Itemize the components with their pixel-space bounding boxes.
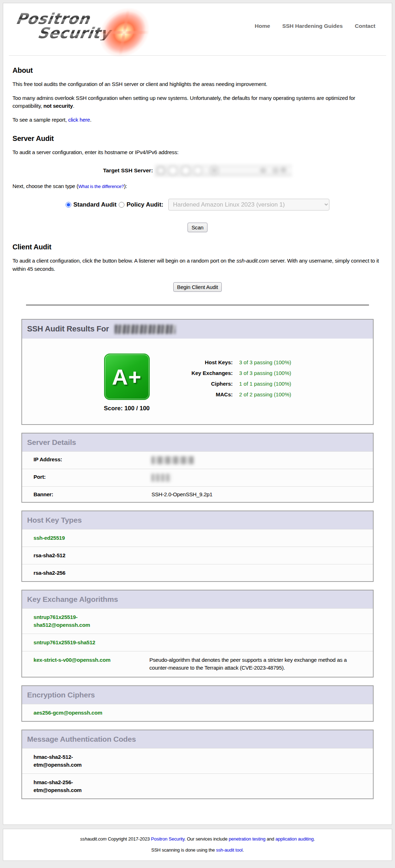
nav-home[interactable]: Home xyxy=(255,23,270,29)
standard-audit-label: Standard Audit xyxy=(73,201,117,208)
grade-column: A+ Score: 100 / 100 xyxy=(104,354,150,412)
results-body: A+ Score: 100 / 100 Host Keys: 3 of 3 pa… xyxy=(22,339,373,424)
results-title: SSH Audit Results For xyxy=(27,324,109,333)
redacted-port xyxy=(152,474,171,482)
starburst-flare-icon xyxy=(95,7,154,57)
footer-period: . xyxy=(314,836,315,842)
stat-row-key-exchanges: Key Exchanges: 3 of 3 passing (100%) xyxy=(178,368,291,379)
sample-report-line: To see a sample report, click here. xyxy=(12,116,383,124)
grade-letter: A+ xyxy=(112,364,142,390)
sample-report-text: To see a sample report, xyxy=(12,117,68,123)
redacted-target-host xyxy=(115,325,175,334)
banner-label: Banner: xyxy=(34,491,152,497)
site-footer: sshaudit.com Copyright 2017-2023 Positro… xyxy=(3,829,392,861)
policy-audit-radio[interactable] xyxy=(119,202,124,208)
about-paragraph-2: Too many admins overlook SSH configurati… xyxy=(12,94,383,110)
macs-panel: Message Authentication Codes hmac-sha2-5… xyxy=(21,730,374,799)
footer-ssh-audit-tool-link[interactable]: ssh-audit tool xyxy=(216,847,243,853)
target-server-row: Target SSH Server: xyxy=(12,164,383,177)
ciphers-label: Ciphers: xyxy=(178,379,233,389)
table-row: IP Address: xyxy=(22,451,373,469)
sample-report-link[interactable]: click here xyxy=(68,117,90,123)
ip-address-label: IP Address: xyxy=(34,456,152,464)
ssh-audit-com-italic: ssh-audit.com xyxy=(236,258,269,264)
positron-security-logo: Positron Security xyxy=(10,12,135,51)
list-item: ssh-ed25519 xyxy=(22,529,373,547)
macs-label: MACs: xyxy=(178,389,233,400)
main-content-box: Positron Security Home SSH Hardening Gui… xyxy=(3,3,392,825)
scan-type-text: Next, choose the scan type ( xyxy=(12,183,78,189)
host-keys-value: 3 of 3 passing (100%) xyxy=(239,357,291,368)
footer-line2-period: . xyxy=(242,847,243,853)
hostkey-ssh-ed25519: ssh-ed25519 xyxy=(34,534,65,542)
macs-header: Message Authentication Codes xyxy=(22,730,373,748)
banner-value: SSH-2.0-OpenSSH_9.2p1 xyxy=(152,491,212,497)
key-exchanges-value: 3 of 3 passing (100%) xyxy=(239,368,291,379)
results-panel-header: SSH Audit Results For xyxy=(22,320,373,339)
kex-sntrup761x25519-sha512-openssh: sntrup761x25519-sha512@openssh.com xyxy=(34,613,117,629)
list-item: hmac-sha2-512-etm@openssh.com xyxy=(22,748,373,773)
mac-hmac-sha2-512-etm: hmac-sha2-512-etm@openssh.com xyxy=(34,753,105,769)
ciphers-value: 1 of 1 passing (100%) xyxy=(239,379,291,389)
footer-copyright-text: Copyright 2017-2023 xyxy=(107,836,151,842)
grade-badge: A+ xyxy=(104,354,150,400)
policy-select[interactable]: Hardened Amazon Linux 2023 (version 1) xyxy=(168,199,329,210)
about-p2-period: . xyxy=(73,103,74,109)
server-audit-intro: To audit a server configuration, enter i… xyxy=(12,148,383,157)
scan-button[interactable]: Scan xyxy=(188,223,207,232)
ssh-audit-results-panel: SSH Audit Results For A+ Score: 100 / 10… xyxy=(21,319,374,425)
client-audit-text: To audit a client configuration, click t… xyxy=(12,258,236,264)
main-nav: Home SSH Hardening Guides Contact xyxy=(255,23,375,29)
list-item: rsa-sha2-256 xyxy=(22,564,373,582)
footer-line-2: SSH scanning is done using the ssh-audit… xyxy=(3,847,392,853)
hostkey-rsa-sha2-512: rsa-sha2-512 xyxy=(34,552,65,559)
page-content: About This free tool audits the configur… xyxy=(3,66,392,799)
nav-ssh-hardening-guides[interactable]: SSH Hardening Guides xyxy=(282,23,343,29)
about-paragraph-1: This free tool audits the configuration … xyxy=(12,80,383,88)
footer-appaudit-link[interactable]: application auditing xyxy=(275,836,313,842)
policy-audit-label: Policy Audit: xyxy=(127,201,163,208)
cipher-aes256-gcm: aes256-gcm@openssh.com xyxy=(34,709,102,717)
list-item: sntrup761x25519-sha512@openssh.com xyxy=(22,608,373,634)
redacted-ip-address xyxy=(152,456,194,464)
list-item: aes256-gcm@openssh.com xyxy=(22,704,373,721)
target-ssh-server-label: Target SSH Server: xyxy=(103,167,153,174)
list-item: hmac-sha2-256-etm@openssh.com xyxy=(22,773,373,799)
standard-audit-radio[interactable] xyxy=(66,202,71,208)
scan-type-options: Standard Audit Policy Audit: Hardened Am… xyxy=(12,199,383,210)
scan-type-suffix: ): xyxy=(124,183,127,189)
not-security-bold: not security xyxy=(43,103,73,109)
server-details-panel: Server Details IP Address: Port: Banner:… xyxy=(21,433,374,503)
what-is-difference-link[interactable]: What is the difference? xyxy=(78,184,124,189)
footer-and-text: and xyxy=(266,836,276,842)
scan-type-line: Next, choose the scan type (What is the … xyxy=(12,182,383,191)
footer-line-1: sshaudit.com Copyright 2017-2023 Positro… xyxy=(3,836,392,842)
site-header: Positron Security Home SSH Hardening Gui… xyxy=(9,3,386,56)
client-audit-intro: To audit a client configuration, click t… xyxy=(12,257,383,273)
stat-row-macs: MACs: 2 of 2 passing (100%) xyxy=(178,389,291,400)
key-exchange-header: Key Exchange Algorithms xyxy=(22,590,373,608)
footer-pentest-link[interactable]: penetration testing xyxy=(229,836,265,842)
sample-report-period: . xyxy=(90,117,91,123)
nav-contact[interactable]: Contact xyxy=(355,23,375,29)
footer-services-text: . Our services include xyxy=(184,836,229,842)
host-key-types-panel: Host Key Types ssh-ed25519 rsa-sha2-512 … xyxy=(21,511,374,582)
section-divider xyxy=(26,305,369,305)
server-details-header: Server Details xyxy=(22,433,373,451)
begin-client-audit-button[interactable]: Begin Client Audit xyxy=(173,282,222,292)
client-audit-heading: Client Audit xyxy=(12,243,383,251)
scan-button-row: Scan xyxy=(12,223,383,232)
target-ssh-server-input[interactable] xyxy=(154,164,292,177)
footer-scanning-text: SSH scanning is done using the xyxy=(151,847,216,853)
footer-positron-link[interactable]: Positron Security xyxy=(151,836,184,842)
kex-sntrup761x25519-sha512: sntrup761x25519-sha512 xyxy=(34,639,117,646)
list-item: sntrup761x25519-sha512 xyxy=(22,634,373,651)
results-stats: Host Keys: 3 of 3 passing (100%) Key Exc… xyxy=(178,354,291,412)
host-key-types-header: Host Key Types xyxy=(22,511,373,529)
mac-hmac-sha2-256-etm: hmac-sha2-256-etm@openssh.com xyxy=(34,778,105,794)
port-label: Port: xyxy=(34,474,152,482)
encryption-ciphers-panel: Encryption Ciphers aes256-gcm@openssh.co… xyxy=(21,685,374,722)
table-row: Banner: SSH-2.0-OpenSSH_9.2p1 xyxy=(22,486,373,502)
client-audit-button-row: Begin Client Audit xyxy=(12,282,383,292)
about-heading: About xyxy=(12,66,383,75)
